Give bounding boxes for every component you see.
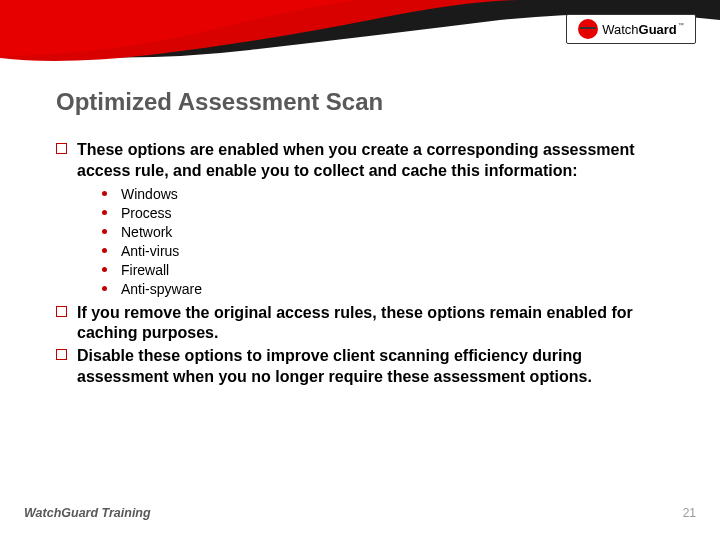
slide-footer: WatchGuard Training 21 — [24, 506, 696, 520]
bullet-text: These options are enabled when you creat… — [77, 140, 666, 182]
bullet-text: Disable these options to improve client … — [77, 346, 666, 388]
brand-tm: ™ — [678, 22, 684, 28]
bullet-item: Disable these options to improve client … — [56, 346, 666, 388]
sub-bullet-item: Windows — [102, 186, 666, 202]
dot-bullet-icon — [102, 267, 107, 272]
slide-content: These options are enabled when you creat… — [56, 140, 666, 390]
sub-bullet-text: Anti-virus — [121, 243, 179, 259]
brand-guard: Guard — [639, 22, 677, 37]
sub-bullet-text: Process — [121, 205, 172, 221]
checkbox-bullet-icon — [56, 143, 67, 154]
sub-bullet-item: Network — [102, 224, 666, 240]
dot-bullet-icon — [102, 248, 107, 253]
dot-bullet-icon — [102, 191, 107, 196]
bullet-item: These options are enabled when you creat… — [56, 140, 666, 182]
sub-bullet-text: Anti-spyware — [121, 281, 202, 297]
footer-left-text: WatchGuard Training — [24, 506, 151, 520]
brand-logo-text: Watch Guard ™ — [602, 22, 684, 37]
checkbox-bullet-icon — [56, 306, 67, 317]
checkbox-bullet-icon — [56, 349, 67, 360]
dot-bullet-icon — [102, 229, 107, 234]
sub-bullet-list: Windows Process Network Anti-virus Firew… — [102, 186, 666, 297]
slide: Watch Guard ™ Optimized Assessment Scan … — [0, 0, 720, 540]
slide-title: Optimized Assessment Scan — [56, 88, 383, 116]
brand-logo-icon — [578, 19, 598, 39]
sub-bullet-item: Process — [102, 205, 666, 221]
dot-bullet-icon — [102, 210, 107, 215]
bullet-item: If you remove the original access rules,… — [56, 303, 666, 345]
brand-logo: Watch Guard ™ — [566, 14, 696, 44]
brand-watch: Watch — [602, 22, 638, 37]
bullet-text: If you remove the original access rules,… — [77, 303, 666, 345]
sub-bullet-text: Network — [121, 224, 172, 240]
dot-bullet-icon — [102, 286, 107, 291]
sub-bullet-text: Windows — [121, 186, 178, 202]
sub-bullet-text: Firewall — [121, 262, 169, 278]
sub-bullet-item: Firewall — [102, 262, 666, 278]
sub-bullet-item: Anti-spyware — [102, 281, 666, 297]
page-number: 21 — [683, 506, 696, 520]
sub-bullet-item: Anti-virus — [102, 243, 666, 259]
